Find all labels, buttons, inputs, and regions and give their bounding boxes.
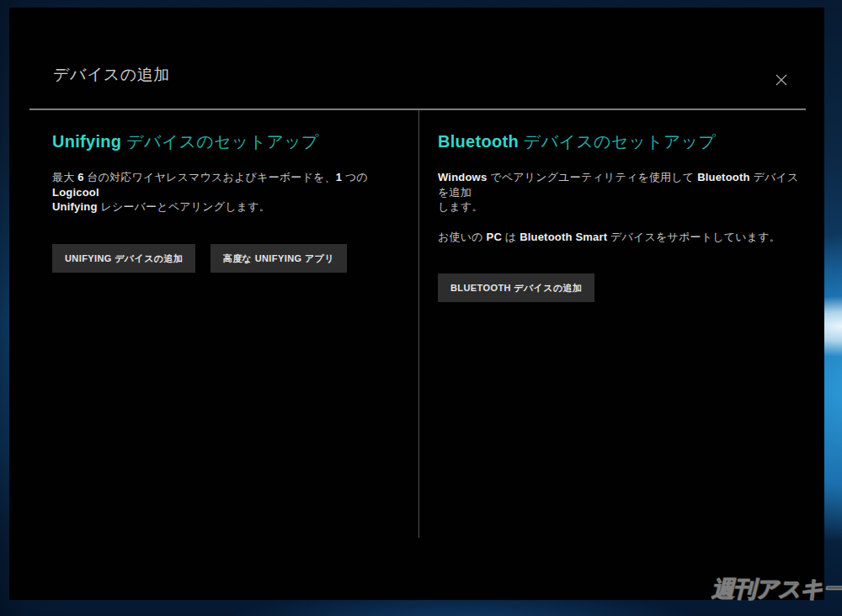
title-divider: [29, 109, 806, 110]
bluetooth-description-1: Windows でペアリングユーティリティを使用して Bluetooth デバイ…: [438, 170, 802, 215]
unifying-heading-rest: デバイスのセットアップ: [121, 132, 318, 151]
unifying-desc-seg: 最大: [52, 171, 77, 183]
bluetooth-desc-seg: お使いの: [438, 231, 487, 243]
dialog-title: デバイスの追加: [53, 63, 170, 87]
bluetooth-desc-seg: Bluetooth Smart: [520, 231, 607, 243]
bluetooth-desc-seg: でペアリングユーティリティを使用して: [487, 171, 697, 183]
bluetooth-desc-seg: します。: [438, 200, 483, 213]
unifying-desc-seg: 台の対応ワイヤレスマウスおよびキーボードを、: [84, 171, 336, 183]
column-divider: [418, 110, 419, 538]
bluetooth-section: Bluetooth デバイスのセットアップ Windows でペアリングユーティ…: [438, 130, 802, 302]
unifying-desc-seg: 6: [77, 171, 83, 183]
bluetooth-heading-brand: Bluetooth: [438, 132, 519, 151]
bluetooth-heading-rest: デバイスのセットアップ: [519, 132, 716, 151]
close-button[interactable]: [770, 69, 792, 91]
add-device-dialog: デバイスの追加 Unifying デバイスのセットアップ 最大 6 台の対応ワイ…: [9, 8, 824, 600]
bluetooth-heading: Bluetooth デバイスのセットアップ: [438, 130, 802, 152]
add-unifying-device-button[interactable]: UNIFYING デバイスの追加: [52, 244, 195, 273]
unifying-description: 最大 6 台の対応ワイヤレスマウスおよびキーボードを、1 つの Logicool…: [52, 170, 409, 215]
bluetooth-button-row: BLUETOOTH デバイスの追加: [438, 273, 802, 302]
unifying-desc-seg: レシーバーとペアリングします。: [98, 200, 270, 213]
bluetooth-desc-seg: PC: [487, 231, 502, 243]
desktop-wallpaper: デバイスの追加 Unifying デバイスのセットアップ 最大 6 台の対応ワイ…: [0, 0, 842, 616]
bluetooth-desc-seg: Windows: [438, 171, 487, 183]
unifying-desc-seg: つの: [342, 171, 368, 183]
bluetooth-desc-seg: デバイスをサポートしています。: [607, 231, 781, 243]
close-icon: [774, 72, 789, 88]
unifying-heading: Unifying デバイスのセットアップ: [52, 130, 409, 152]
add-bluetooth-device-button[interactable]: BLUETOOTH デバイスの追加: [438, 273, 594, 302]
bluetooth-desc-seg: は: [502, 231, 520, 243]
unifying-heading-brand: Unifying: [52, 132, 121, 151]
advanced-unifying-app-button[interactable]: 高度な UNIFYING アプリ: [210, 244, 347, 273]
unifying-button-row: UNIFYING デバイスの追加 高度な UNIFYING アプリ: [52, 244, 409, 273]
unifying-desc-seg: Logicool: [52, 186, 99, 199]
unifying-desc-seg: Unifying: [52, 200, 98, 213]
bluetooth-desc-seg: Bluetooth: [697, 171, 749, 183]
unifying-section: Unifying デバイスのセットアップ 最大 6 台の対応ワイヤレスマウスおよ…: [52, 130, 409, 273]
watermark-weekly-ascii: 週刊アスキー: [711, 574, 842, 604]
bluetooth-description-2: お使いの PC は Bluetooth Smart デバイスをサポートしています…: [438, 230, 802, 245]
